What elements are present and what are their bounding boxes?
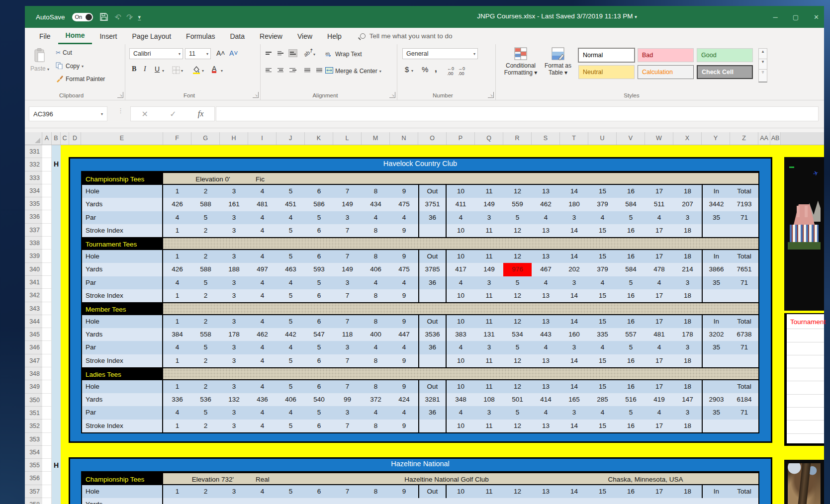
cell[interactable]: 342	[25, 289, 42, 302]
cell[interactable]: 3202	[702, 328, 730, 341]
cell[interactable]: 17	[645, 380, 673, 393]
gallery-scroll-down[interactable]: ▾	[758, 59, 767, 70]
enter-icon[interactable]: ✓	[170, 109, 176, 119]
cell[interactable]: 4	[362, 341, 390, 354]
column-a-cells[interactable]	[42, 145, 52, 504]
cell[interactable]: 36	[418, 211, 447, 224]
tab-formulas[interactable]: Formulas	[179, 29, 222, 44]
cell[interactable]: 15	[588, 289, 617, 302]
decrease-decimal-button[interactable]: →0.00	[458, 66, 465, 76]
cell[interactable]: 16	[617, 185, 645, 198]
cell[interactable]: 4	[645, 211, 673, 224]
cell[interactable]: 9	[390, 185, 418, 198]
cell[interactable]: 352	[25, 420, 42, 432]
cell[interactable]: 12	[503, 224, 532, 237]
cell[interactable]: 14	[560, 289, 588, 302]
cell[interactable]: 3	[560, 211, 588, 224]
cell[interactable]: 372	[362, 393, 390, 406]
cell[interactable]: 5	[277, 185, 305, 198]
cell[interactable]: 356	[25, 472, 42, 485]
cell[interactable]: 15	[588, 224, 617, 237]
cell[interactable]	[418, 354, 447, 367]
cell[interactable]: 180	[560, 198, 588, 211]
cell[interactable]	[702, 420, 730, 432]
cell[interactable]: 16	[617, 315, 645, 328]
cell[interactable]: 5	[305, 341, 333, 354]
format-as-table-button[interactable]: Format asTable ▾	[542, 47, 574, 76]
cell[interactable]: 475	[390, 263, 418, 276]
cell[interactable]: 149	[333, 263, 362, 276]
style-normal[interactable]: Normal	[578, 48, 635, 62]
cell[interactable]: AB	[770, 132, 781, 145]
tab-file[interactable]: File	[32, 29, 58, 44]
cell[interactable]: 12	[503, 250, 532, 263]
cell[interactable]: 7	[333, 289, 362, 302]
cell[interactable]: 332	[25, 158, 42, 171]
cell[interactable]: 383	[447, 328, 475, 341]
cell[interactable]: I	[248, 132, 277, 145]
underline-caret[interactable]: ▾	[162, 69, 164, 73]
style-check-cell[interactable]: Check Cell	[697, 65, 753, 79]
cell[interactable]: 18	[673, 485, 702, 498]
cell[interactable]: 3	[475, 211, 503, 224]
cell[interactable]: 8	[362, 224, 390, 237]
font-color-button[interactable]: A	[212, 65, 216, 73]
cell[interactable]: 6	[305, 485, 333, 498]
cell[interactable]: 10	[447, 380, 475, 393]
notes-panel[interactable]: Tournament	[784, 313, 824, 446]
cell[interactable]: 2	[191, 250, 220, 263]
cell[interactable]: 2	[191, 224, 220, 237]
cell[interactable]: 976	[503, 263, 532, 276]
cell[interactable]: 14	[560, 224, 588, 237]
cell[interactable]: 15	[588, 315, 617, 328]
cell[interactable]: 7	[333, 185, 362, 198]
customize-qat-button[interactable]: ▾̲	[138, 14, 141, 20]
number-format-select[interactable]: General▾	[402, 48, 478, 59]
cell[interactable]: 16	[617, 380, 645, 393]
cell[interactable]: 9	[390, 224, 418, 237]
cell[interactable]: 149	[475, 198, 503, 211]
cell[interactable]: 462	[248, 328, 277, 341]
cell[interactable]: 17	[645, 315, 673, 328]
cell[interactable]: 5	[277, 315, 305, 328]
cell[interactable]: 4	[248, 420, 277, 432]
cell[interactable]: 13	[532, 224, 560, 237]
cell[interactable]: 4	[277, 406, 305, 419]
cell[interactable]: 178	[220, 328, 248, 341]
cell[interactable]: 4	[390, 276, 418, 289]
cell[interactable]: 5	[617, 406, 645, 419]
cell[interactable]: 12	[503, 315, 532, 328]
cell[interactable]: 3	[333, 341, 362, 354]
cell[interactable]: 1	[163, 224, 191, 237]
cell[interactable]: 4	[248, 224, 277, 237]
cell[interactable]: 8	[362, 185, 390, 198]
cell[interactable]: 4	[248, 250, 277, 263]
cell[interactable]: 584	[617, 263, 645, 276]
cell[interactable]: 214	[673, 263, 702, 276]
cell[interactable]: 547	[305, 328, 333, 341]
underline-button[interactable]: U	[153, 65, 161, 73]
hazeltine-title[interactable]: Hazeltine National	[81, 460, 759, 468]
cell[interactable]: 434	[362, 198, 390, 211]
cell[interactable]: 4	[447, 276, 475, 289]
cell[interactable]: 108	[475, 393, 503, 406]
cell[interactable]: 15	[588, 420, 617, 432]
align-top-button[interactable]	[265, 49, 274, 57]
cell[interactable]: 4	[447, 211, 475, 224]
alignment-dialog-launcher[interactable]	[389, 92, 395, 98]
cell[interactable]: D	[69, 132, 81, 145]
cell[interactable]: 3	[475, 341, 503, 354]
cell[interactable]: 13	[532, 315, 560, 328]
cell[interactable]: B	[52, 132, 61, 145]
tab-help[interactable]: Help	[320, 29, 349, 44]
cell[interactable]: 5	[277, 380, 305, 393]
cell[interactable]: 10	[447, 315, 475, 328]
align-right-button[interactable]	[288, 66, 297, 74]
cell[interactable]: 2	[191, 185, 220, 198]
cell[interactable]: 558	[191, 328, 220, 341]
cell[interactable]: 355	[25, 459, 42, 472]
tab-review[interactable]: Review	[252, 29, 290, 44]
cell[interactable]: 358	[25, 498, 42, 504]
cell[interactable]: 18	[673, 250, 702, 263]
cell[interactable]: 10	[447, 185, 475, 198]
